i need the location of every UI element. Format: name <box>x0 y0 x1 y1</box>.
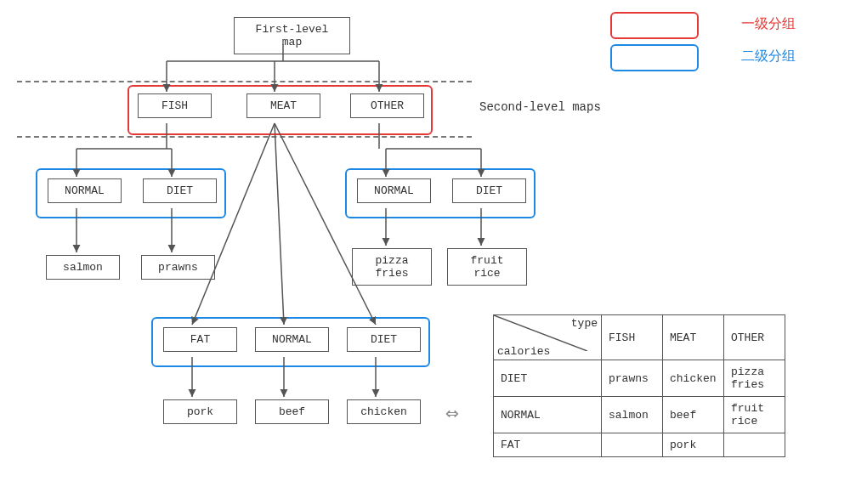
leaf-prawns: prawns <box>141 255 215 280</box>
legend-label-second: 二级分组 <box>741 48 796 65</box>
leaf-beef: beef <box>255 399 329 424</box>
leaf-fruit-rice: fruit rice <box>447 248 527 286</box>
dash-bottom <box>17 136 472 138</box>
th-other: OTHER <box>724 315 785 360</box>
th-fish: FISH <box>602 315 663 360</box>
rh-normal: NORMAL <box>494 397 602 433</box>
svg-line-20 <box>275 123 376 325</box>
double-arrow-icon: ⇔ <box>445 399 459 427</box>
leaf-salmon: salmon <box>46 255 120 280</box>
label-second-level: Second-level maps <box>479 100 601 114</box>
leaf-chicken: chicken <box>347 399 421 424</box>
node-root: First-level map <box>234 17 350 54</box>
leaf-pizza-fries: pizza fries <box>352 248 432 286</box>
cell: pork <box>663 433 724 457</box>
cell: salmon <box>602 397 663 433</box>
cell: chicken <box>663 360 724 397</box>
cell: prawns <box>602 360 663 397</box>
legend-swatch-blue <box>610 44 699 71</box>
group-meat-second <box>151 317 430 367</box>
legend-label-first: 一级分组 <box>741 15 796 33</box>
svg-line-19 <box>275 123 284 325</box>
th-meat: MEAT <box>663 315 724 360</box>
rh-fat: FAT <box>494 433 602 457</box>
cell <box>724 433 785 457</box>
dash-top <box>17 81 472 82</box>
mapping-table: type calories FISH MEAT OTHER DIET prawn… <box>493 314 785 457</box>
cell <box>602 433 663 457</box>
cell: pizza fries <box>724 360 785 397</box>
group-fish-second <box>36 168 226 218</box>
legend-swatch-red <box>610 12 699 39</box>
table-corner-top: type <box>571 317 598 330</box>
group-first-level <box>128 85 433 135</box>
svg-line-18 <box>192 123 275 325</box>
table-corner: type calories <box>494 315 602 360</box>
rh-diet: DIET <box>494 360 602 397</box>
cell: beef <box>663 397 724 433</box>
table-corner-left: calories <box>497 345 550 358</box>
group-other-second <box>345 168 536 218</box>
cell: fruit rice <box>724 397 785 433</box>
leaf-pork: pork <box>163 399 237 424</box>
